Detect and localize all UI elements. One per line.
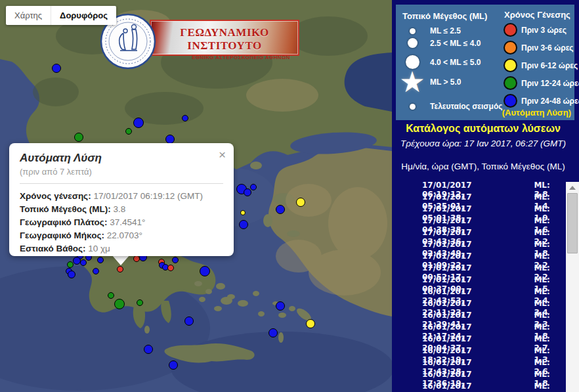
legend-panel: Τοπικό Μέγεθος (ML) ML ≤ 2.52.5 < ML ≤ 4… <box>396 5 574 120</box>
time-legend-label: Πριν 12-24 ώρες <box>521 79 579 88</box>
quake-marker-blue[interactable] <box>133 118 144 128</box>
time-legend-item: Πριν 3-6 ώρες <box>501 41 574 54</box>
time-legend-item: Πριν 6-12 ώρες <box>501 58 578 72</box>
automatic-solution-note: (Αυτόματη Λύση) <box>502 108 571 118</box>
quake-marker-blue[interactable] <box>169 360 178 370</box>
time-legend-title: Χρόνος Γένεσης <box>504 10 570 20</box>
magnitude-circle-icon <box>410 28 416 34</box>
popup-detail-row: Γεωγραφικό Πλάτος: 37.4541° <box>20 216 223 229</box>
quake-marker-blue[interactable] <box>239 220 248 229</box>
magnitude-legend-label: ML ≤ 2.5 <box>430 26 461 35</box>
magnitude-legend-item: 2.5 < ML ≤ 4.0 <box>398 38 481 48</box>
quake-marker-red[interactable] <box>117 266 123 272</box>
popup-detail-row: Τοπικό Μέγεθος (ML): 3.8 <box>20 203 223 216</box>
popup-relative-time: (πριν από 7 λεπτά) <box>20 167 223 177</box>
time-legend-label: Πριν 3-6 ώρες <box>521 43 574 53</box>
quake-marker-blue[interactable] <box>244 188 251 196</box>
institute-title: ΓΕΩΔΥΝΑΜΙΚΟ ΙΝΣΤΙΤΟΥΤΟ <box>151 26 298 53</box>
quake-marker-green[interactable] <box>137 299 143 306</box>
map-type-control: Χάρτης Δορυφόρος <box>6 6 116 25</box>
popup-detail-row: Χρόνος γένεσης: 17/01/2017 06:19:12 (GMT… <box>20 190 223 203</box>
blue-time-circle-icon <box>504 94 517 108</box>
time-legend-item: Πριν 3 ώρες <box>501 23 567 37</box>
quake-marker-red[interactable] <box>133 255 140 262</box>
quake-marker-blue[interactable] <box>68 271 75 278</box>
quake-marker-red[interactable] <box>167 265 174 271</box>
popup-field-label: Χρόνος γένεσης: <box>20 191 93 201</box>
magnitude-legend-label: 2.5 < ML ≤ 4.0 <box>430 39 481 48</box>
quake-marker-blue[interactable] <box>250 184 257 190</box>
time-legend-item: Πριν 24-48 ώρες <box>501 94 579 108</box>
magnitude-circle-icon <box>408 38 418 48</box>
popup-title: Αυτόματη Λύση <box>20 152 223 165</box>
quake-marker-blue[interactable] <box>200 266 210 276</box>
red-time-circle-icon <box>504 23 517 37</box>
side-panel: Τοπικό Μέγεθος (ML) ML ≤ 2.52.5 < ML ≤ 4… <box>392 0 579 392</box>
event-row: 16/01/2017 17:27:59,ML: 2.6 <box>392 385 566 392</box>
time-legend-label: Πριν 24-48 ώρες <box>521 97 579 106</box>
yellow-time-circle-icon <box>504 58 517 72</box>
magnitude-legend-label: 4.0 < ML ≤ 5.0 <box>430 58 481 67</box>
popup-detail-row: Γεωγραφικό Μήκος: 22.0703° <box>20 229 223 242</box>
magnitude-legend-title: Τοπικό Μέγεθος (ML) <box>402 11 487 21</box>
popup-field-value: 3.8 <box>114 204 126 214</box>
scrollbar-thumb[interactable] <box>567 193 578 253</box>
quake-marker-blue[interactable] <box>52 64 61 73</box>
quake-marker-blue[interactable] <box>80 259 87 266</box>
popup-field-value: 17/01/2017 06:19:12 (GMT) <box>93 191 203 201</box>
event-magnitude: ML: 2.6 <box>534 381 566 392</box>
scrollbar[interactable] <box>566 182 579 392</box>
event-info-popup: Αυτόματη Λύση (πριν από 7 λεπτά) Χρόνος … <box>9 143 234 256</box>
popup-detail-rows: Χρόνος γένεσης: 17/01/2017 06:19:12 (GMT… <box>20 190 223 255</box>
catalog-title: Κατάλογος αυτόματων λύσεων <box>392 123 574 135</box>
quake-marker-yellow[interactable] <box>306 319 315 328</box>
magnitude-circle-icon <box>410 104 416 110</box>
popup-field-label: Εστιακό Βάθος: <box>20 244 88 253</box>
popup-detail-row: Εστιακό Βάθος: 10 χμ <box>20 242 223 255</box>
quake-marker-yellow[interactable] <box>296 198 305 207</box>
time-legend-label: Πριν 3 ώρες <box>521 26 567 35</box>
quake-marker-blue[interactable] <box>184 316 194 326</box>
quake-marker-blue[interactable] <box>172 257 179 263</box>
quake-marker-blue[interactable] <box>268 328 278 338</box>
popup-tail <box>112 255 130 265</box>
quake-marker-green[interactable] <box>67 261 74 268</box>
time-legend-item: Πριν 12-24 ώρες <box>501 76 579 90</box>
quake-marker-green[interactable] <box>114 299 125 309</box>
magnitude-legend-item: ML ≤ 2.5 <box>398 26 461 35</box>
time-legend-label: Πριν 6-12 ώρες <box>521 61 578 70</box>
star-marker-icon: ★ <box>399 69 425 95</box>
institute-subtitle: ΕΘΝΙΚΟ ΑΣΤΕΡΟΣΚΟΠΕΙΟ ΑΘΗΝΩΝ <box>151 54 298 60</box>
quake-marker-blue[interactable] <box>276 301 285 311</box>
catalog-columns-header: Ημ/νία, ώρα (GMT), Τοπικό Μέγεθος (ML) <box>392 162 574 171</box>
magnitude-legend-item: ★ML > 5.0 <box>398 69 461 95</box>
popup-field-label: Τοπικό Μέγεθος (ML): <box>20 204 114 214</box>
orange-time-circle-icon <box>504 41 517 54</box>
event-list: 17/01/2017 06:19:12,ML: 3.817/01/2017 05… <box>392 184 566 392</box>
quake-marker-green[interactable] <box>74 133 83 142</box>
popup-field-value: 37.4541° <box>110 217 145 227</box>
quake-marker-green[interactable] <box>125 128 132 135</box>
quake-marker-blue[interactable] <box>144 345 153 354</box>
scroll-up-arrow-icon[interactable] <box>566 184 579 192</box>
map-view-button[interactable]: Χάρτης <box>6 6 51 25</box>
quake-marker-blue[interactable] <box>182 115 188 121</box>
catalog-current-time: Τρέχουσα ώρα: 17 Ιαν 2017, 06:27 (GMT) <box>392 139 574 148</box>
magnitude-legend-label: ML > 5.0 <box>430 77 461 87</box>
quake-marker-yellow[interactable] <box>240 210 246 215</box>
quake-marker-blue[interactable] <box>276 205 285 214</box>
magnitude-legend-item: Τελευταίος σεισμός <box>398 102 502 111</box>
quake-marker-blue[interactable] <box>97 257 104 263</box>
green-time-circle-icon <box>504 76 517 90</box>
satellite-map[interactable]: Χάρτης Δορυφόρος ΓΕΩΔΥΝΑΜΙΚΟ ΙΝΣΤΙΤΟΥΤΟ … <box>0 0 392 392</box>
popup-field-value: 10 χμ <box>88 244 110 253</box>
geodynamic-institute-app: Χάρτης Δορυφόρος ΓΕΩΔΥΝΑΜΙΚΟ ΙΝΣΤΙΤΟΥΤΟ … <box>0 0 579 392</box>
quake-marker-blue[interactable] <box>165 135 175 144</box>
popup-field-label: Γεωγραφικό Πλάτος: <box>20 217 110 227</box>
quake-marker-blue[interactable] <box>93 268 99 274</box>
quake-marker-green[interactable] <box>108 292 114 299</box>
close-icon[interactable]: × <box>219 148 226 161</box>
satellite-view-button[interactable]: Δορυφόρος <box>51 6 116 25</box>
event-datetime: 16/01/2017 17:27:59, <box>422 381 513 392</box>
popup-field-label: Γεωγραφικό Μήκος: <box>20 230 107 240</box>
